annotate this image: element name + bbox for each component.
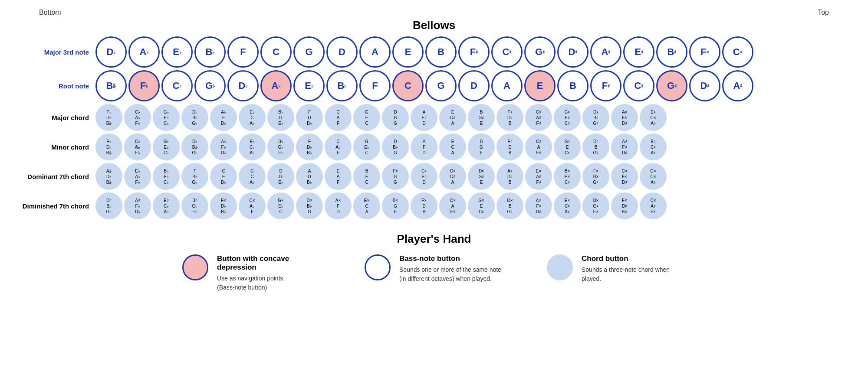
major-chord-buttons-button-9: GEC — [353, 104, 380, 131]
minor-chord-buttons-button-6: B♭G♭E♭ — [267, 134, 294, 160]
dim7-chord-buttons-button-6: G×E♭C — [267, 192, 294, 219]
minor-chord-buttons-button-16: G♯EC♯ — [554, 134, 581, 160]
dom7-chord-buttons-button-0: A𝄫D♭B𝄫 — [95, 163, 122, 190]
bottom-label: Bottom — [39, 9, 61, 16]
root-button-17[interactable]: G♯ — [656, 70, 687, 101]
dim7-chord-buttons-button-7: D×B♭G — [296, 192, 323, 219]
minor-chord-buttons-button-7: FD♭B♭ — [296, 134, 323, 160]
major3rd-button-18[interactable]: F× — [689, 36, 720, 68]
root-button-0[interactable]: B𝄫 — [95, 70, 127, 101]
root-button-10[interactable]: G — [425, 70, 457, 101]
dom7-chord-buttons-button-9: BEC — [353, 163, 380, 190]
major-chord-buttons-button-17: D♯B♯G♯ — [582, 104, 609, 131]
minor-chord-buttons-button-14: F♯DB — [496, 134, 523, 160]
minor-chord-buttons-button-2: G♭E♭C♭ — [153, 134, 180, 160]
concave-desc: Use as navigation points.(Bass-note butt… — [217, 274, 321, 292]
root-button-16[interactable]: C♯ — [623, 70, 654, 101]
major3rd-button-0[interactable]: D♭ — [95, 36, 127, 68]
minor-chord-buttons-button-0: F♭D♭B𝄫 — [95, 134, 122, 160]
dom7-chord-buttons-button-16: B×E×C♯ — [554, 163, 581, 190]
bellows-title: Bellows — [13, 19, 855, 32]
root-button-1[interactable]: F♭ — [128, 70, 160, 101]
bass-desc: Sounds one or more of the same note (in … — [399, 265, 503, 283]
top-label: Top — [818, 9, 829, 16]
bass-icon — [365, 254, 391, 280]
root-row: Root note B𝄫F♭C♭G♭D♭A♭E♭B♭FCGDAEBF♯C♯G♯D… — [13, 70, 855, 101]
dom7-chord-buttons-button-13: D♯G♯E — [468, 163, 495, 190]
dim7-chord-buttons-button-13: G×EC♯ — [468, 192, 495, 219]
major3rd-label: Major 3rd note — [13, 49, 95, 56]
major3rd-button-16[interactable]: E♯ — [623, 36, 654, 68]
major3rd-button-19[interactable]: C× — [722, 36, 753, 68]
dim7-chord-buttons-button-8: A×FD — [325, 192, 352, 219]
major3rd-button-13[interactable]: G♯ — [524, 36, 556, 68]
legend-concave-text: Button with concave depression Use as na… — [217, 254, 321, 292]
major-chord-buttons-button-19: E♯C×A♯ — [640, 104, 667, 131]
major-chord-row: Major chord F♭D♭B𝄫C♭A♭F♭G♭E♭C♭D♭B♭G♭A♭FD… — [13, 104, 855, 131]
dim7-chord-buttons-button-4: F×D♭B♭ — [210, 192, 237, 219]
dom7-chord-buttons-button-2: B♭E♭C♭ — [153, 163, 180, 190]
major3rd-button-9[interactable]: E — [392, 36, 424, 68]
major3rd-button-12[interactable]: C♯ — [491, 36, 523, 68]
major3rd-button-7[interactable]: D — [326, 36, 358, 68]
root-button-13[interactable]: E — [524, 70, 556, 101]
root-button-7[interactable]: B♭ — [326, 70, 358, 101]
dim7-chord-buttons-button-12: C×AF♯ — [439, 192, 466, 219]
minor-chord-buttons-button-17: D♯BG♯ — [582, 134, 609, 160]
major3rd-button-2[interactable]: E♭ — [161, 36, 193, 68]
minor-chord-buttons-button-19: E♯C♯A♯ — [640, 134, 667, 160]
major-chord-buttons-button-15: C♯A♯F♯ — [525, 104, 552, 131]
major-chord-buttons-button-10: DBG — [382, 104, 409, 131]
dim7-chord-buttons-button-15: A×F♯D♯ — [525, 192, 552, 219]
root-button-18[interactable]: D♯ — [689, 70, 720, 101]
major-chord-buttons-button-2: G♭E♭C♭ — [153, 104, 180, 131]
minor-chord-buttons-button-11: AFD — [411, 134, 437, 160]
major3rd-button-1[interactable]: A♭ — [128, 36, 160, 68]
root-button-11[interactable]: D — [458, 70, 490, 101]
major3rd-button-5[interactable]: C — [260, 36, 292, 68]
dom7-chord-buttons-button-10: F♯BG — [382, 163, 409, 190]
dim7-chord-buttons-button-16: E×C♯A♯ — [554, 192, 581, 219]
dim7-chord-buttons-button-9: E×CA — [353, 192, 380, 219]
minor-chord-buttons-button-10: DB♭G — [382, 134, 409, 160]
dom7-chord-buttons-button-6: DGE♭ — [267, 163, 294, 190]
chord-icon — [547, 254, 573, 280]
major3rd-button-15[interactable]: A♯ — [590, 36, 621, 68]
root-button-6[interactable]: E♭ — [293, 70, 325, 101]
major3rd-button-4[interactable]: F — [227, 36, 259, 68]
major-chord-buttons-button-3: D♭B♭G♭ — [181, 104, 208, 131]
legend-bass-text: Bass-note button Sounds one or more of t… — [399, 254, 503, 283]
major3rd-button-11[interactable]: F♯ — [458, 36, 490, 68]
root-button-3[interactable]: G♭ — [194, 70, 226, 101]
root-button-9[interactable]: C — [392, 70, 424, 101]
major3rd-button-3[interactable]: B♭ — [194, 36, 226, 68]
root-button-14[interactable]: B — [557, 70, 589, 101]
major3rd-buttons: D♭A♭E♭B♭FCGDAEBF♯C♯G♯D♯A♯E♯B♯F×C× — [95, 36, 753, 68]
root-button-5[interactable]: A♭ — [260, 70, 292, 101]
root-button-19[interactable]: A♯ — [722, 70, 753, 101]
major3rd-button-6[interactable]: G — [293, 36, 325, 68]
root-button-4[interactable]: D♭ — [227, 70, 259, 101]
dim7-chord-buttons-button-0: D♯B♭G♭ — [95, 192, 122, 219]
dom7-chord-row: Dominant 7th chord A𝄫D♭B𝄫E♭A♭F♭B♭E♭C♭FB♭… — [13, 163, 855, 190]
root-buttons: B𝄫F♭C♭G♭D♭A♭E♭B♭FCGDAEBF♯C♯G♯D♯A♯ — [95, 70, 753, 101]
dom7-chord-buttons-button-18: C×F×D♯ — [611, 163, 638, 190]
dim7-chord-buttons: D♯B♭G♭A♯F♭D♭E♯C♭A♭B♯G♭E♭F×D♭B♭C×A♭FG×E♭C… — [95, 192, 667, 219]
major-chord-buttons-button-5: E♭CA♭ — [239, 104, 266, 131]
legend-bass: Bass-note button Sounds one or more of t… — [365, 254, 503, 292]
minor-chord-buttons-button-9: GE♭C — [353, 134, 380, 160]
root-button-8[interactable]: F — [359, 70, 391, 101]
top-bottom-labels: Bottom Top — [13, 9, 855, 16]
major-chord-buttons-button-1: C♭A♭F♭ — [124, 104, 151, 131]
dom7-chord-buttons-button-3: FB♭G♭ — [181, 163, 208, 190]
dim7-chord-buttons-button-18: F×D♯B× — [611, 192, 638, 219]
dim7-chord-buttons-button-10: B×GE — [382, 192, 409, 219]
major3rd-button-17[interactable]: B♯ — [656, 36, 687, 68]
major3rd-button-14[interactable]: D♯ — [557, 36, 589, 68]
root-button-12[interactable]: A — [491, 70, 523, 101]
root-button-15[interactable]: F♯ — [590, 70, 621, 101]
major3rd-button-8[interactable]: A — [359, 36, 391, 68]
major3rd-button-10[interactable]: B — [425, 36, 457, 68]
root-button-2[interactable]: C♭ — [161, 70, 193, 101]
major-chord-buttons-button-13: BG♯E — [468, 104, 495, 131]
